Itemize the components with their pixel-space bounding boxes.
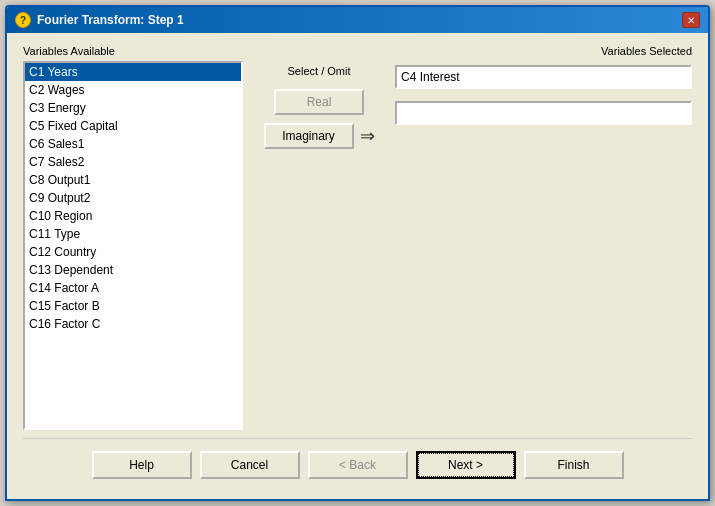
list-item[interactable]: C1 Years <box>25 63 241 81</box>
variables-available-section: Variables Available C1 YearsC2 WagesC3 E… <box>23 45 243 430</box>
variables-selected-label: Variables Selected <box>395 45 692 57</box>
variables-selected-section: Variables Selected <box>395 45 692 430</box>
title-bar: ? Fourier Transform: Step 1 ✕ <box>7 7 708 33</box>
select-omit-section: Select / Omit Real Imaginary ⇒ <box>259 45 379 430</box>
list-item[interactable]: C6 Sales1 <box>25 135 241 153</box>
real-button[interactable]: Real <box>274 89 364 115</box>
variables-available-label: Variables Available <box>23 45 243 57</box>
main-area: Variables Available C1 YearsC2 WagesC3 E… <box>23 45 692 430</box>
finish-button[interactable]: Finish <box>524 451 624 479</box>
list-item[interactable]: C15 Factor B <box>25 297 241 315</box>
select-omit-label: Select / Omit <box>288 65 351 77</box>
list-item[interactable]: C3 Energy <box>25 99 241 117</box>
imaginary-btn-wrap: Imaginary ⇒ <box>264 123 375 149</box>
list-item[interactable]: C12 Country <box>25 243 241 261</box>
arrow-icon: ⇒ <box>360 125 375 147</box>
title-bar-left: ? Fourier Transform: Step 1 <box>15 12 184 28</box>
list-item[interactable]: C2 Wages <box>25 81 241 99</box>
main-window: ? Fourier Transform: Step 1 ✕ Variables … <box>5 5 710 501</box>
imaginary-selected-input[interactable] <box>395 101 692 125</box>
list-item[interactable]: C10 Region <box>25 207 241 225</box>
help-button[interactable]: Help <box>92 451 192 479</box>
footer-buttons: Help Cancel < Back Next > Finish <box>23 438 692 487</box>
list-item[interactable]: C11 Type <box>25 225 241 243</box>
imaginary-button[interactable]: Imaginary <box>264 123 354 149</box>
list-item[interactable]: C14 Factor A <box>25 279 241 297</box>
variables-listbox[interactable]: C1 YearsC2 WagesC3 EnergyC5 Fixed Capita… <box>23 61 243 430</box>
back-button[interactable]: < Back <box>308 451 408 479</box>
list-item[interactable]: C8 Output1 <box>25 171 241 189</box>
selected-inputs <box>395 61 692 125</box>
list-item[interactable]: C16 Factor C <box>25 315 241 333</box>
real-selected-input[interactable] <box>395 65 692 89</box>
real-btn-wrap: Real Imaginary ⇒ <box>264 89 375 149</box>
title-bar-controls: ✕ <box>682 12 700 28</box>
cancel-button[interactable]: Cancel <box>200 451 300 479</box>
list-item[interactable]: C5 Fixed Capital <box>25 117 241 135</box>
list-item[interactable]: C9 Output2 <box>25 189 241 207</box>
window-icon: ? <box>15 12 31 28</box>
content-area: Variables Available C1 YearsC2 WagesC3 E… <box>7 33 708 499</box>
list-item[interactable]: C13 Dependent <box>25 261 241 279</box>
close-button[interactable]: ✕ <box>682 12 700 28</box>
list-item[interactable]: C7 Sales2 <box>25 153 241 171</box>
window-title: Fourier Transform: Step 1 <box>37 13 184 27</box>
next-button[interactable]: Next > <box>416 451 516 479</box>
